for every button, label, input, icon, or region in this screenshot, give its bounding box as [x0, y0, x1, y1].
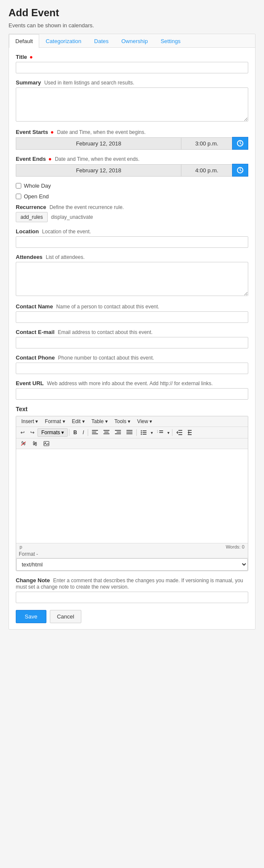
bullet-list-arrow[interactable]: ▾	[149, 429, 154, 436]
svg-rect-18	[126, 430, 132, 431]
form-body: Title ● Summary Used in item listings an…	[9, 48, 255, 629]
event-url-label: Event URL	[16, 380, 44, 386]
recurrence-label-row: Recurrence Define the event recurrence r…	[16, 204, 248, 210]
menu-table-arrow: ▾	[105, 418, 108, 424]
editor-body-area[interactable]	[16, 449, 248, 543]
open-end-row: Open End	[16, 193, 248, 200]
whole-day-label: Whole Day	[24, 183, 51, 189]
svg-rect-39	[188, 434, 192, 435]
attendees-input[interactable]	[16, 262, 248, 296]
indent-btn[interactable]	[185, 429, 196, 436]
bullet-list-btn[interactable]	[138, 429, 149, 436]
svg-rect-23	[143, 430, 146, 431]
text-label: Text	[16, 406, 248, 412]
svg-rect-7	[92, 432, 96, 433]
page-title: Add Event	[9, 7, 255, 19]
location-desc: Location of the event.	[42, 229, 91, 235]
numbered-list-btn[interactable]: 1.2.	[155, 429, 166, 436]
align-left-btn[interactable]	[89, 429, 100, 436]
event-starts-label-row: Event Starts ● Date and Time, when the e…	[16, 129, 248, 135]
event-ends-clock-btn[interactable]	[232, 164, 248, 177]
menu-format-arrow: ▾	[63, 418, 65, 424]
event-url-input[interactable]	[16, 388, 248, 400]
event-starts-clock-btn[interactable]	[232, 137, 248, 150]
contact-name-input[interactable]	[16, 311, 248, 323]
change-note-input[interactable]	[16, 592, 248, 603]
event-ends-desc: Date and Time, when the event ends.	[55, 156, 140, 162]
recurrence-row: add_rules display_unactivate	[16, 212, 248, 222]
event-ends-time-btn[interactable]: 4:00 p.m.	[181, 164, 232, 177]
svg-rect-10	[103, 430, 109, 431]
link-btn[interactable]	[29, 440, 40, 447]
add-rules-btn[interactable]: add_rules	[16, 212, 48, 222]
svg-rect-6	[92, 430, 98, 431]
summary-input[interactable]	[16, 87, 248, 122]
event-ends-required: ●	[48, 156, 52, 162]
undo-btn[interactable]: ↩	[18, 428, 27, 437]
menu-edit[interactable]: Edit ▾	[69, 417, 88, 426]
event-starts-datetime-row: February 12, 2018 3:00 p.m.	[16, 137, 248, 150]
contact-phone-input[interactable]	[16, 363, 248, 374]
formats-dropdown[interactable]: Formats ▾	[37, 428, 68, 437]
image-btn[interactable]	[41, 440, 52, 447]
recurrence-desc: Define the event recurrence rule.	[49, 204, 124, 210]
format-select[interactable]: text/html	[16, 558, 248, 571]
editor-statusbar: p Words: 0	[16, 543, 248, 550]
event-ends-label: Event Ends	[16, 156, 46, 162]
redo-btn[interactable]: ↪	[28, 428, 37, 437]
event-starts-date-btn[interactable]: February 12, 2018	[16, 137, 181, 150]
tab-ownership[interactable]: Ownership	[115, 34, 154, 48]
title-required: ●	[29, 54, 33, 60]
align-right-btn[interactable]	[112, 429, 123, 436]
location-input[interactable]	[16, 236, 248, 248]
svg-rect-12	[103, 433, 109, 434]
contact-email-input[interactable]	[16, 337, 248, 348]
menu-insert[interactable]: Insert ▾	[18, 417, 41, 426]
outdent-btn[interactable]	[174, 429, 185, 436]
title-input[interactable]	[16, 62, 248, 73]
svg-point-22	[141, 430, 142, 432]
contact-email-desc: Email address to contact about this even…	[58, 329, 153, 335]
event-ends-date-btn[interactable]: February 12, 2018	[16, 164, 181, 177]
menu-tools[interactable]: Tools ▾	[111, 417, 134, 426]
tab-default[interactable]: Default	[9, 34, 39, 48]
cancel-button[interactable]: Cancel	[50, 610, 81, 623]
tab-settings[interactable]: Settings	[154, 34, 187, 48]
tab-dates[interactable]: Dates	[88, 34, 115, 48]
menu-view[interactable]: View ▾	[134, 417, 155, 426]
unlink-btn[interactable]	[18, 440, 29, 447]
change-note-label: Change Note	[16, 577, 50, 584]
change-note-group: Change Note Enter a comment that describ…	[16, 577, 248, 603]
recurrence-group: Recurrence Define the event recurrence r…	[16, 204, 248, 222]
save-button[interactable]: Save	[16, 610, 46, 623]
svg-marker-32	[176, 431, 178, 434]
menu-format[interactable]: Format ▾	[41, 417, 68, 426]
page-subtitle: Events can be shown in calendars.	[9, 22, 255, 29]
event-ends-group: Event Ends ● Date and Time, when the eve…	[16, 156, 248, 177]
bold-btn[interactable]: B	[71, 428, 80, 437]
title-field-group: Title ●	[16, 54, 248, 73]
toolbar-sep-4	[172, 429, 172, 436]
event-starts-time-btn[interactable]: 3:00 p.m.	[181, 137, 232, 150]
summary-desc: Used in item listings and search results…	[44, 80, 134, 86]
align-justify-btn[interactable]	[124, 429, 135, 436]
svg-rect-20	[126, 433, 132, 434]
menu-view-arrow: ▾	[149, 418, 152, 424]
text-group: Text Insert ▾ Format ▾ Edit ▾ Table ▾ To…	[16, 406, 248, 571]
align-center-btn[interactable]	[101, 429, 112, 436]
italic-btn[interactable]: I	[80, 428, 86, 437]
event-starts-desc: Date and Time, when the event begins.	[57, 129, 146, 135]
svg-rect-14	[115, 430, 121, 431]
svg-rect-29	[159, 430, 163, 431]
contact-name-label: Contact Name	[16, 303, 53, 310]
open-end-checkbox[interactable]	[16, 194, 21, 199]
svg-line-2	[240, 143, 241, 144]
svg-rect-37	[188, 430, 192, 431]
tab-categorization[interactable]: Categorization	[39, 34, 88, 48]
open-end-label: Open End	[24, 193, 49, 200]
menu-table[interactable]: Table ▾	[88, 417, 111, 426]
numbered-list-arrow[interactable]: ▾	[166, 429, 171, 436]
svg-rect-33	[178, 430, 182, 431]
whole-day-checkbox[interactable]	[16, 183, 21, 189]
svg-line-5	[240, 170, 241, 171]
